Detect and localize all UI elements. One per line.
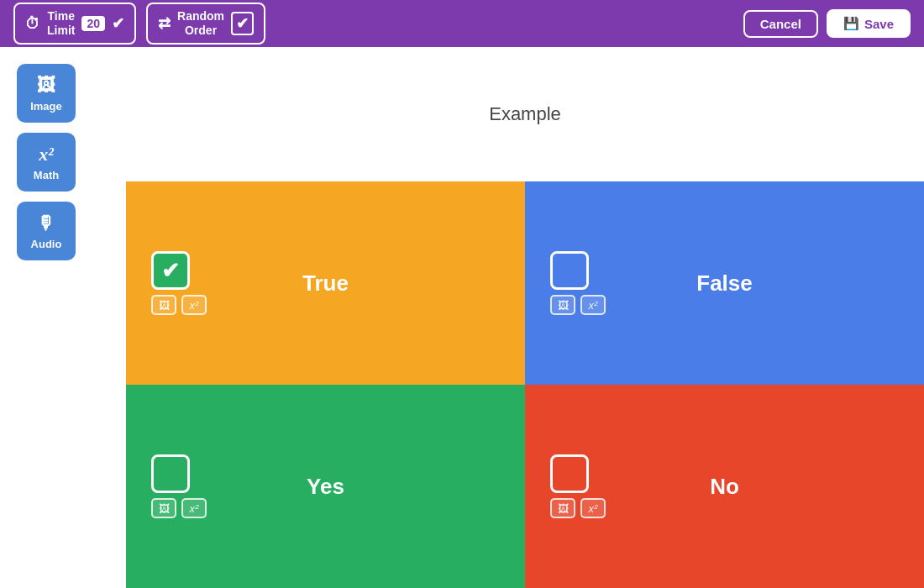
random-order-label: RandomOrder (177, 9, 224, 38)
answer-false-math-icon[interactable]: x² (580, 295, 606, 315)
header-left: ⏱ TimeLimit 20 ✔ ⇄ RandomOrder ✔ (13, 3, 733, 45)
answer-yes-math-icon[interactable]: x² (181, 498, 207, 518)
answer-no-icon-row: 🖼 x² (550, 498, 606, 518)
answer-true-icon-row: 🖼 x² (151, 295, 207, 315)
content-area: Example ✔ 🖼 x² True (126, 47, 924, 588)
time-limit-button[interactable]: ⏱ TimeLimit 20 ✔ (13, 3, 136, 45)
answer-true-checkbox: ✔ (151, 251, 190, 290)
answer-yes-checkbox (151, 454, 190, 493)
answer-false-image-icon[interactable]: 🖼 (550, 295, 575, 315)
answer-no-checkbox (550, 454, 589, 493)
audio-tool-button[interactable]: 🎙 Audio (17, 202, 76, 260)
random-order-check-icon: ✔ (231, 12, 254, 35)
answer-no[interactable]: 🖼 x² No (525, 385, 924, 588)
main: 🖼 Image x² Math 🎙 Audio Example ✔ (0, 47, 924, 588)
save-button[interactable]: 💾 Save (827, 9, 911, 38)
answer-false[interactable]: 🖼 x² False (525, 181, 924, 385)
answer-no-math-icon[interactable]: x² (580, 498, 606, 518)
answer-yes[interactable]: 🖼 x² Yes (126, 385, 525, 588)
answer-false-icon-group: 🖼 x² (550, 251, 606, 315)
random-icon: ⇄ (158, 14, 171, 33)
question-text: Example (489, 103, 561, 125)
cancel-button[interactable]: Cancel (743, 10, 818, 38)
time-limit-toggle-icon: ✔ (112, 14, 124, 33)
math-icon: x² (39, 144, 54, 165)
clock-icon: ⏱ (25, 15, 40, 33)
audio-icon: 🎙 (37, 213, 55, 234)
audio-tool-label: Audio (31, 238, 62, 250)
checkmark-icon: ✔ (161, 258, 180, 284)
answer-yes-label: Yes (307, 474, 344, 500)
header: ⏱ TimeLimit 20 ✔ ⇄ RandomOrder ✔ Cancel … (0, 0, 924, 47)
random-order-button[interactable]: ⇄ RandomOrder ✔ (146, 3, 265, 45)
question-area[interactable]: Example (126, 47, 924, 181)
image-icon: 🖼 (37, 75, 55, 97)
answer-no-label: No (710, 474, 739, 500)
answer-false-icon-row: 🖼 x² (550, 295, 606, 315)
math-tool-label: Math (34, 169, 59, 181)
answer-no-icon-group: 🖼 x² (550, 454, 606, 518)
answer-yes-image-icon[interactable]: 🖼 (151, 498, 176, 518)
answer-true-label: True (302, 270, 349, 297)
time-limit-label: TimeLimit (47, 9, 75, 38)
image-tool-button[interactable]: 🖼 Image (17, 64, 76, 123)
header-right: Cancel 💾 Save (743, 9, 911, 38)
save-label: Save (864, 17, 894, 31)
sidebar: 🖼 Image x² Math 🎙 Audio (0, 47, 126, 588)
answer-true-math-icon[interactable]: x² (181, 295, 207, 315)
answer-false-label: False (696, 270, 753, 297)
answer-no-image-icon[interactable]: 🖼 (550, 498, 575, 518)
answer-yes-icon-row: 🖼 x² (151, 498, 207, 518)
answer-true-icon-group: ✔ 🖼 x² (151, 251, 207, 315)
answers-grid: ✔ 🖼 x² True 🖼 x² (126, 181, 924, 588)
answer-true-image-icon[interactable]: 🖼 (151, 295, 176, 315)
answer-true[interactable]: ✔ 🖼 x² True (126, 181, 525, 385)
math-tool-button[interactable]: x² Math (17, 133, 76, 192)
answer-false-checkbox (550, 251, 589, 290)
answer-yes-icon-group: 🖼 x² (151, 454, 207, 518)
image-tool-label: Image (30, 100, 62, 113)
time-limit-value[interactable]: 20 (81, 16, 105, 31)
save-icon: 💾 (843, 16, 859, 31)
